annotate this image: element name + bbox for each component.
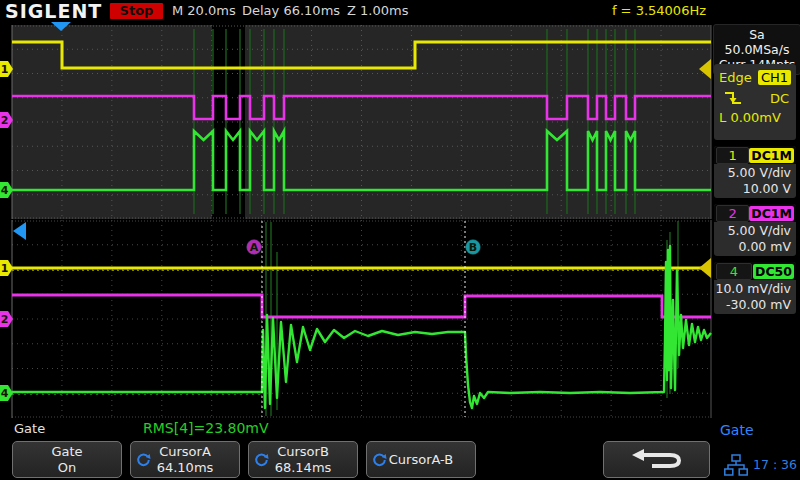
coupling-badge: DC1M [749, 148, 794, 163]
back-button[interactable] [603, 441, 710, 478]
vertical-offset-readout: -30.00 mV [714, 297, 791, 313]
channel-4-marker-label: 4 [1, 387, 9, 400]
vertical-offset-readout: 10.00 V [714, 181, 791, 197]
channel-2-marker-label: 2 [1, 313, 9, 326]
channel-4-info-box[interactable]: 4 DC50 10.0 mV/div -30.00 mV [714, 262, 796, 314]
rms-measurement-readout: RMS[4]=23.80mV [143, 420, 269, 436]
gate-on-button[interactable]: Gate On [12, 441, 122, 478]
trigger-type-label: Edge [719, 70, 752, 85]
gate-status-label: Gate [14, 421, 45, 436]
oscilloscope-screen: SIGLENT Stop M 20.0ms Delay 66.10ms Z 1.… [0, 0, 800, 480]
button-value: On [58, 460, 76, 476]
gate-mode-label: Gate [720, 422, 754, 438]
button-value: 68.14ms [275, 460, 332, 476]
vertical-scale-readout: 5.00 V/div [714, 223, 791, 239]
channel-1-info-box[interactable]: 1 DC1M 5.00 V/div 10.00 V [714, 146, 796, 198]
channel-number: 2 [716, 205, 749, 222]
coupling-badge: DC50 [753, 264, 794, 279]
channel-4-marker-label: 4 [1, 184, 9, 197]
cursor-a-b-button[interactable]: CursorA-B [366, 441, 476, 478]
falling-edge-icon [724, 90, 742, 106]
vertical-scale-readout: 5.00 V/div [714, 165, 791, 181]
rotary-knob-icon [372, 452, 387, 467]
vertical-offset-readout: 0.00 mV [714, 239, 791, 255]
cursor-b-button[interactable]: CursorB 68.14ms [248, 441, 358, 478]
trigger-info-box[interactable]: Edge CH1 DC L 0.00mV [714, 64, 796, 140]
clock-readout: 17 : 36 [753, 457, 797, 472]
cursor-a-button[interactable]: CursorA 64.10ms [130, 441, 240, 478]
channel-1-marker-label: 1 [1, 262, 9, 275]
waveform-display: AB124124 [0, 0, 712, 480]
channel-2-info-box[interactable]: 2 DC1M 5.00 V/div 0.00 mV [714, 204, 796, 256]
channel-number: 4 [716, 263, 752, 280]
cursor-b-badge-label: B [469, 241, 477, 254]
cursor-a-badge-label: A [250, 241, 259, 254]
channel-number: 1 [716, 147, 749, 164]
button-label: CursorA [159, 444, 211, 460]
trigger-coupling-label: DC [770, 91, 789, 106]
trigger-level-readout: L 0.00mV [719, 110, 781, 125]
rotary-knob-icon [136, 452, 151, 467]
trigger-source-badge: CH1 [758, 70, 791, 85]
button-label: CursorA-B [389, 452, 454, 468]
button-value: 64.10ms [157, 460, 214, 476]
zoom-window-background [12, 220, 711, 418]
right-sidebar: Sa 50.0MSa/s Curr 14Mpts Edge CH1 DC L 0… [712, 22, 800, 480]
return-arrow-icon [626, 447, 688, 473]
rotary-knob-icon [254, 452, 269, 467]
coupling-badge: DC1M [749, 206, 794, 221]
channel-2-marker-label: 2 [1, 114, 9, 127]
button-label: CursorB [277, 444, 329, 460]
vertical-scale-readout: 10.0 mV/div [714, 281, 791, 297]
network-status-icon [724, 454, 748, 476]
button-label: Gate [51, 444, 82, 460]
channel-1-marker-label: 1 [1, 63, 9, 76]
sample-rate-readout: Sa 50.0MSa/s [715, 27, 799, 57]
